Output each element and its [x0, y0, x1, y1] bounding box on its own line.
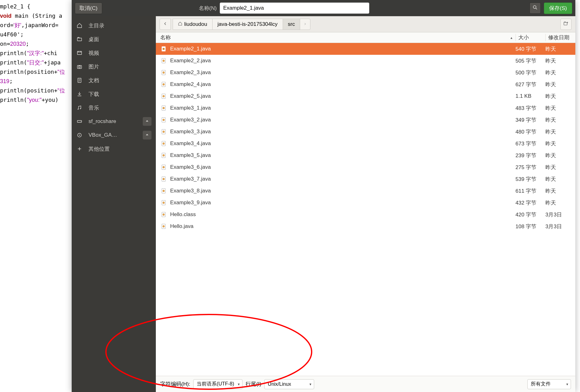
file-icon — [160, 211, 167, 218]
file-row[interactable]: Example2_1.java540 字节昨天 — [156, 43, 575, 55]
file-row[interactable]: Example3_5.java239 字节昨天 — [156, 149, 575, 161]
eol-select[interactable]: Unix/Linux — [264, 379, 314, 389]
new-folder-button[interactable] — [560, 19, 572, 30]
music-icon — [76, 104, 83, 111]
sidebar-item-camera[interactable]: 图片 — [72, 60, 156, 73]
file-save-dialog: 取消(C) 名称(N) 保存(S) 主目录桌面视频图片文档下载音乐sf_rocs… — [72, 0, 575, 392]
file-row[interactable]: Example3_9.java432 字节昨天 — [156, 197, 575, 209]
sidebar-item-video[interactable]: 视频 — [72, 46, 156, 60]
file-name: Example3_1.java — [170, 105, 515, 111]
file-modified: 昨天 — [545, 128, 575, 135]
svg-point-33 — [163, 120, 165, 120]
svg-point-54 — [163, 202, 165, 203]
breadcrumb-label: liudoudou — [184, 21, 207, 27]
file-size: 483 字节 — [515, 105, 545, 112]
breadcrumb-forward[interactable] — [300, 19, 310, 30]
save-button[interactable]: 保存(S) — [544, 2, 572, 14]
file-row[interactable]: Hello.class420 字节3月3日 — [156, 209, 575, 220]
file-row[interactable]: Example3_7.java539 字节昨天 — [156, 173, 575, 185]
file-modified: 昨天 — [545, 93, 575, 100]
sidebar-item-label: 文档 — [89, 77, 99, 84]
file-name: Hello.java — [170, 223, 515, 229]
sidebar-item-download[interactable]: 下载 — [72, 87, 156, 101]
svg-point-10 — [81, 121, 81, 122]
chevron-right-icon — [303, 21, 307, 27]
chevron-left-icon — [163, 21, 168, 27]
file-row[interactable]: Example2_2.java505 字节昨天 — [156, 55, 575, 67]
eol-value: Unix/Linux — [268, 381, 291, 387]
sidebar-item-plus[interactable]: 其他位置 — [72, 142, 156, 156]
file-row[interactable]: Example2_5.java1.1 KB昨天 — [156, 90, 575, 102]
file-name: Example2_4.java — [170, 81, 515, 87]
filename-input[interactable] — [220, 2, 369, 14]
file-modified: 昨天 — [545, 69, 575, 76]
cancel-button[interactable]: 取消(C) — [75, 2, 102, 14]
file-icon — [160, 116, 167, 123]
list-header: 名称 ▴ 大小 修改日期 — [156, 32, 575, 43]
column-name[interactable]: 名称 ▴ — [156, 34, 515, 41]
file-name: Example3_2.java — [170, 117, 515, 123]
file-row[interactable]: Example3_1.java483 字节昨天 — [156, 102, 575, 114]
file-row[interactable]: Hello.java108 字节3月3日 — [156, 220, 575, 232]
file-row[interactable]: Example2_3.java500 字节昨天 — [156, 67, 575, 78]
file-row[interactable]: Example3_8.java611 字节昨天 — [156, 185, 575, 197]
svg-line-1 — [536, 8, 537, 9]
back-button[interactable] — [160, 19, 171, 30]
file-modified: 昨天 — [545, 176, 575, 183]
filetype-filter-select[interactable]: 所有文件 — [527, 379, 571, 389]
svg-point-48 — [163, 179, 165, 179]
file-size: 480 字节 — [515, 128, 545, 135]
file-row[interactable]: Example3_2.java349 字节昨天 — [156, 114, 575, 126]
encoding-value: 当前语系(UTF-8) — [197, 381, 234, 387]
disc-icon — [76, 132, 83, 139]
new-folder-icon — [563, 21, 569, 28]
search-button[interactable] — [530, 2, 541, 14]
file-size: 349 字节 — [515, 116, 545, 124]
svg-point-21 — [163, 72, 165, 73]
encoding-select[interactable]: 当前语系(UTF-8) — [193, 379, 242, 389]
eject-icon[interactable] — [143, 131, 151, 139]
sidebar-item-disc[interactable]: VBox_GA… — [72, 128, 156, 142]
svg-point-51 — [163, 191, 165, 191]
encoding-label: 字符编码(H): — [160, 380, 190, 388]
breadcrumb-segment[interactable]: src — [283, 19, 300, 30]
file-modified: 昨天 — [545, 116, 575, 124]
file-modified: 3月3日 — [545, 223, 575, 230]
file-name: Example2_1.java — [170, 46, 515, 52]
file-icon — [160, 187, 167, 194]
sidebar-item-label: sf_rocshare — [89, 118, 116, 125]
sidebar-item-drive[interactable]: sf_rocshare — [72, 115, 156, 128]
file-size: 539 字节 — [515, 176, 545, 183]
file-list[interactable]: Example2_1.java540 字节昨天Example2_2.java50… — [156, 43, 575, 376]
file-name: Example2_3.java — [170, 69, 515, 76]
file-row[interactable]: Example3_6.java275 字节昨天 — [156, 161, 575, 173]
file-name: Example2_2.java — [170, 58, 515, 64]
column-size[interactable]: 大小 — [515, 34, 545, 41]
file-icon — [160, 199, 167, 206]
file-row[interactable]: Example3_4.java673 字节昨天 — [156, 138, 575, 149]
column-modified[interactable]: 修改日期 — [545, 34, 575, 41]
breadcrumb-segment[interactable]: java-besti-is-20175304lcy — [213, 19, 283, 30]
file-icon — [160, 176, 167, 182]
sidebar-item-folder[interactable]: 桌面 — [72, 32, 156, 46]
breadcrumb-label: src — [288, 21, 295, 27]
sidebar-item-home[interactable]: 主目录 — [72, 19, 156, 32]
breadcrumb-segment[interactable]: liudoudou — [173, 19, 213, 30]
file-modified: 昨天 — [545, 140, 575, 147]
breadcrumb-path: liudoudoujava-besti-is-20175304lcysrc — [173, 19, 310, 30]
sort-indicator-icon: ▴ — [510, 35, 512, 40]
file-row[interactable]: Example3_3.java480 字节昨天 — [156, 126, 575, 138]
file-name: Hello.class — [170, 211, 515, 218]
sidebar-item-label: 主目录 — [89, 22, 104, 29]
file-name: Example3_9.java — [170, 200, 515, 206]
sidebar-item-doc[interactable]: 文档 — [72, 73, 156, 87]
svg-point-30 — [163, 108, 165, 108]
sidebar-item-music[interactable]: 音乐 — [72, 101, 156, 115]
file-modified: 昨天 — [545, 81, 575, 88]
eject-icon[interactable] — [143, 117, 151, 126]
file-row[interactable]: Example2_4.java627 字节昨天 — [156, 78, 575, 90]
camera-icon — [76, 63, 83, 70]
file-size: 627 字节 — [515, 81, 545, 88]
svg-point-15 — [163, 48, 165, 50]
svg-point-24 — [163, 84, 165, 85]
